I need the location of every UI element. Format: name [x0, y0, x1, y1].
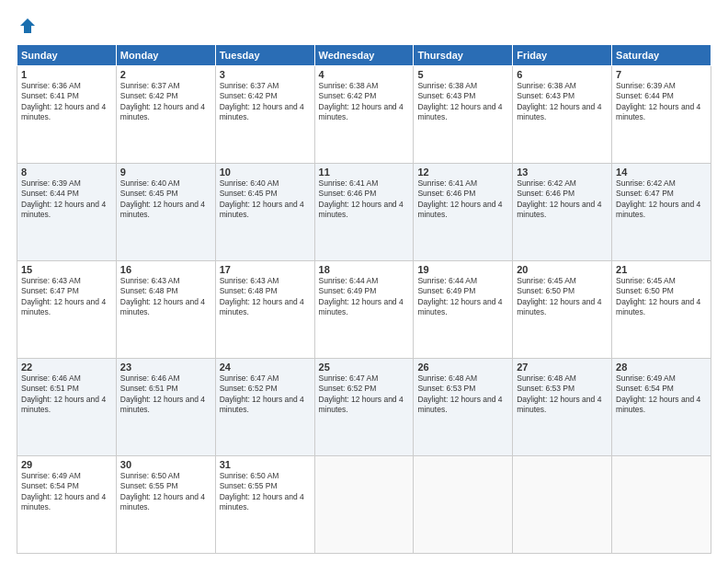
day-info: Sunrise: 6:38 AMSunset: 6:43 PMDaylight:… [417, 81, 508, 123]
calendar-cell: 25Sunrise: 6:47 AMSunset: 6:52 PMDayligh… [314, 359, 414, 456]
calendar-cell: 26Sunrise: 6:48 AMSunset: 6:53 PMDayligh… [414, 359, 513, 456]
day-info: Sunrise: 6:43 AMSunset: 6:48 PMDaylight:… [120, 276, 211, 318]
day-number: 24 [220, 362, 311, 373]
page: Sunday Monday Tuesday Wednesday Thursday… [0, 0, 728, 563]
day-info: Sunrise: 6:48 AMSunset: 6:53 PMDaylight:… [417, 373, 508, 416]
day-number: 6 [517, 69, 608, 80]
logo [17, 17, 37, 35]
day-info: Sunrise: 6:39 AMSunset: 6:44 PMDaylight:… [21, 178, 112, 221]
calendar-cell: 30Sunrise: 6:50 AMSunset: 6:55 PMDayligh… [116, 456, 215, 554]
col-monday: Monday [116, 45, 215, 66]
calendar-week-row: 22Sunrise: 6:46 AMSunset: 6:51 PMDayligh… [17, 359, 711, 456]
calendar-cell: 7Sunrise: 6:39 AMSunset: 6:44 PMDaylight… [612, 66, 711, 164]
day-info: Sunrise: 6:45 AMSunset: 6:50 PMDaylight:… [517, 276, 608, 318]
calendar-cell: 4Sunrise: 6:38 AMSunset: 6:42 PMDaylight… [314, 66, 414, 164]
day-info: Sunrise: 6:41 AMSunset: 6:46 PMDaylight:… [417, 178, 508, 221]
calendar-cell: 8Sunrise: 6:39 AMSunset: 6:44 PMDaylight… [17, 164, 117, 261]
calendar-cell: 24Sunrise: 6:47 AMSunset: 6:52 PMDayligh… [215, 359, 314, 456]
logo-icon [18, 17, 37, 35]
col-tuesday: Tuesday [215, 45, 314, 66]
day-info: Sunrise: 6:38 AMSunset: 6:43 PMDaylight:… [517, 81, 608, 123]
calendar-cell: 16Sunrise: 6:43 AMSunset: 6:48 PMDayligh… [116, 261, 215, 359]
day-info: Sunrise: 6:40 AMSunset: 6:45 PMDaylight:… [120, 178, 211, 221]
calendar-cell: 21Sunrise: 6:45 AMSunset: 6:50 PMDayligh… [612, 261, 711, 359]
calendar-cell: 23Sunrise: 6:46 AMSunset: 6:51 PMDayligh… [116, 359, 215, 456]
day-number: 29 [21, 459, 112, 470]
day-info: Sunrise: 6:48 AMSunset: 6:53 PMDaylight:… [517, 373, 608, 416]
day-info: Sunrise: 6:44 AMSunset: 6:49 PMDaylight:… [319, 276, 410, 318]
day-number: 10 [220, 167, 311, 178]
calendar-cell: 15Sunrise: 6:43 AMSunset: 6:47 PMDayligh… [17, 261, 117, 359]
day-number: 20 [517, 264, 608, 275]
day-number: 13 [517, 167, 608, 178]
day-number: 28 [616, 362, 707, 373]
day-info: Sunrise: 6:42 AMSunset: 6:47 PMDaylight:… [616, 178, 707, 221]
day-info: Sunrise: 6:42 AMSunset: 6:46 PMDaylight:… [517, 178, 608, 221]
day-info: Sunrise: 6:45 AMSunset: 6:50 PMDaylight:… [616, 276, 707, 318]
calendar-cell: 1Sunrise: 6:36 AMSunset: 6:41 PMDaylight… [17, 66, 117, 164]
calendar-header-row: Sunday Monday Tuesday Wednesday Thursday… [17, 45, 711, 66]
day-info: Sunrise: 6:43 AMSunset: 6:48 PMDaylight:… [220, 276, 311, 318]
day-number: 25 [319, 362, 410, 373]
calendar-cell: 20Sunrise: 6:45 AMSunset: 6:50 PMDayligh… [513, 261, 612, 359]
day-number: 4 [319, 69, 410, 80]
calendar-cell [513, 456, 612, 554]
calendar-week-row: 15Sunrise: 6:43 AMSunset: 6:47 PMDayligh… [17, 261, 711, 359]
day-number: 23 [120, 362, 211, 373]
day-number: 3 [220, 69, 311, 80]
calendar-cell: 5Sunrise: 6:38 AMSunset: 6:43 PMDaylight… [414, 66, 513, 164]
calendar-cell: 13Sunrise: 6:42 AMSunset: 6:46 PMDayligh… [513, 164, 612, 261]
calendar-cell: 19Sunrise: 6:44 AMSunset: 6:49 PMDayligh… [414, 261, 513, 359]
day-number: 5 [417, 69, 508, 80]
day-number: 14 [616, 167, 707, 178]
calendar-cell [314, 456, 414, 554]
day-info: Sunrise: 6:49 AMSunset: 6:54 PMDaylight:… [616, 373, 707, 416]
calendar-cell: 12Sunrise: 6:41 AMSunset: 6:46 PMDayligh… [414, 164, 513, 261]
day-number: 8 [21, 167, 112, 178]
col-friday: Friday [513, 45, 612, 66]
day-info: Sunrise: 6:44 AMSunset: 6:49 PMDaylight:… [417, 276, 508, 318]
day-info: Sunrise: 6:47 AMSunset: 6:52 PMDaylight:… [220, 373, 311, 416]
calendar-week-row: 8Sunrise: 6:39 AMSunset: 6:44 PMDaylight… [17, 164, 711, 261]
calendar-cell: 29Sunrise: 6:49 AMSunset: 6:54 PMDayligh… [17, 456, 117, 554]
calendar-cell: 27Sunrise: 6:48 AMSunset: 6:53 PMDayligh… [513, 359, 612, 456]
day-number: 16 [120, 264, 211, 275]
day-info: Sunrise: 6:49 AMSunset: 6:54 PMDaylight:… [21, 471, 112, 513]
day-number: 21 [616, 264, 707, 275]
day-info: Sunrise: 6:46 AMSunset: 6:51 PMDaylight:… [21, 373, 112, 416]
calendar-cell: 9Sunrise: 6:40 AMSunset: 6:45 PMDaylight… [116, 164, 215, 261]
day-info: Sunrise: 6:43 AMSunset: 6:47 PMDaylight:… [21, 276, 112, 318]
day-number: 2 [120, 69, 211, 80]
day-info: Sunrise: 6:39 AMSunset: 6:44 PMDaylight:… [616, 81, 707, 123]
calendar-cell [612, 456, 711, 554]
day-number: 31 [220, 459, 311, 470]
day-info: Sunrise: 6:50 AMSunset: 6:55 PMDaylight:… [220, 471, 311, 513]
day-number: 22 [21, 362, 112, 373]
calendar-cell: 14Sunrise: 6:42 AMSunset: 6:47 PMDayligh… [612, 164, 711, 261]
col-saturday: Saturday [612, 45, 711, 66]
day-info: Sunrise: 6:40 AMSunset: 6:45 PMDaylight:… [220, 178, 311, 221]
day-info: Sunrise: 6:41 AMSunset: 6:46 PMDaylight:… [319, 178, 410, 221]
day-info: Sunrise: 6:37 AMSunset: 6:42 PMDaylight:… [120, 81, 211, 123]
calendar-cell: 11Sunrise: 6:41 AMSunset: 6:46 PMDayligh… [314, 164, 414, 261]
calendar-cell: 17Sunrise: 6:43 AMSunset: 6:48 PMDayligh… [215, 261, 314, 359]
day-number: 27 [517, 362, 608, 373]
day-number: 9 [120, 167, 211, 178]
day-number: 30 [120, 459, 211, 470]
day-info: Sunrise: 6:47 AMSunset: 6:52 PMDaylight:… [319, 373, 410, 416]
day-number: 19 [417, 264, 508, 275]
day-number: 15 [21, 264, 112, 275]
calendar-cell: 28Sunrise: 6:49 AMSunset: 6:54 PMDayligh… [612, 359, 711, 456]
calendar-cell: 18Sunrise: 6:44 AMSunset: 6:49 PMDayligh… [314, 261, 414, 359]
calendar-table: Sunday Monday Tuesday Wednesday Thursday… [17, 44, 711, 554]
day-number: 1 [21, 69, 112, 80]
calendar-cell: 22Sunrise: 6:46 AMSunset: 6:51 PMDayligh… [17, 359, 117, 456]
col-wednesday: Wednesday [314, 45, 414, 66]
day-info: Sunrise: 6:37 AMSunset: 6:42 PMDaylight:… [220, 81, 311, 123]
day-number: 17 [220, 264, 311, 275]
calendar-week-row: 29Sunrise: 6:49 AMSunset: 6:54 PMDayligh… [17, 456, 711, 554]
svg-marker-0 [20, 18, 35, 33]
day-info: Sunrise: 6:36 AMSunset: 6:41 PMDaylight:… [21, 81, 112, 123]
day-number: 11 [319, 167, 410, 178]
calendar-week-row: 1Sunrise: 6:36 AMSunset: 6:41 PMDaylight… [17, 66, 711, 164]
